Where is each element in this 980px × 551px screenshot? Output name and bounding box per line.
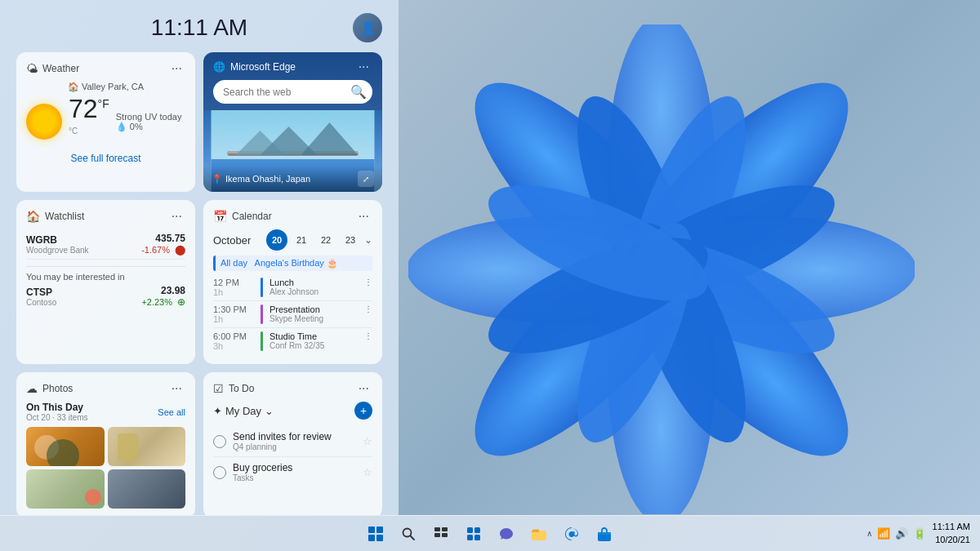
- widgets-panel: 11:11 AM 👤 🌤 Weather ··· 🏠 Valley Park, …: [0, 0, 399, 515]
- stock-row-2[interactable]: CTSP Contoso 23.98 +2.23% ⊕: [26, 282, 185, 311]
- event-more-studio[interactable]: ⋮: [364, 331, 372, 340]
- todo-more-button[interactable]: ···: [355, 382, 372, 395]
- search-taskbar-icon: [401, 527, 416, 541]
- watchlist-icon: 🏠: [26, 210, 40, 223]
- edge-search-bar[interactable]: 🔍: [213, 80, 372, 104]
- photo-thumb-3[interactable]: [26, 469, 105, 509]
- forecast-link[interactable]: See full forecast: [26, 153, 185, 164]
- stock-price-1: 435.75: [141, 233, 185, 244]
- volume-icon[interactable]: 🔊: [895, 527, 908, 540]
- todo-add-button[interactable]: +: [354, 402, 372, 420]
- windows-logo-icon: [368, 527, 383, 541]
- store-button[interactable]: [590, 519, 619, 549]
- todo-star-2[interactable]: ☆: [363, 466, 372, 478]
- photos-widget: ☁ Photos ··· On This Day Oct 20 · 33 ite…: [16, 372, 195, 515]
- event-more-pres[interactable]: ⋮: [364, 304, 372, 313]
- photos-see-all[interactable]: See all: [158, 407, 185, 417]
- widgets-taskbar-button[interactable]: [459, 519, 488, 549]
- weather-title: Weather: [42, 63, 79, 74]
- edge-widget-header: 🌐 Microsoft Edge ···: [203, 52, 382, 80]
- weather-main: 72°F °C Strong UV today 💧 0%: [26, 96, 185, 148]
- edge-taskbar-icon: [564, 526, 580, 542]
- event-sub-studio: Conf Rm 32/35: [270, 341, 324, 350]
- weather-widget: 🌤 Weather ··· 🏠 Valley Park, CA 72°F °C …: [16, 52, 195, 192]
- edge-search-input[interactable]: [223, 87, 345, 98]
- cal-day-20[interactable]: 20: [266, 229, 287, 251]
- photos-header: ☁ Photos ···: [26, 382, 185, 395]
- system-tray[interactable]: ∧ 📶 🔊 🔋: [866, 527, 926, 540]
- edge-expand-button[interactable]: ⤢: [358, 171, 374, 187]
- event-name-studio: Studio Time: [270, 331, 324, 341]
- calendar-days: 20 21 22 23 ⌄: [266, 229, 372, 251]
- edge-more-button[interactable]: ···: [355, 60, 372, 73]
- stock-company-2: Contoso: [26, 298, 56, 307]
- panel-header: 11:11 AM 👤: [16, 0, 382, 52]
- svg-rect-32: [467, 535, 473, 540]
- battery-icon[interactable]: 🔋: [913, 527, 926, 540]
- weather-more-button[interactable]: ···: [168, 62, 185, 75]
- todo-title: To Do: [229, 383, 254, 394]
- calendar-chevron[interactable]: ⌄: [364, 234, 372, 246]
- taskview-button[interactable]: [426, 519, 456, 549]
- edge-title: Microsoft Edge: [230, 61, 296, 73]
- photos-icon: ☁: [26, 382, 38, 395]
- svg-line-25: [411, 535, 415, 540]
- calendar-month: October: [213, 234, 251, 247]
- chat-icon: [498, 527, 514, 541]
- watchlist-suggestion: You may be interested in: [26, 266, 185, 282]
- watchlist-more-button[interactable]: ···: [168, 210, 185, 223]
- all-day-event[interactable]: All day Angela's Birthday 🎂: [213, 256, 372, 271]
- todo-text-2: Buy groceries: [233, 462, 356, 473]
- event-more-lunch[interactable]: ⋮: [364, 278, 372, 287]
- photo-thumb-1[interactable]: [26, 427, 105, 466]
- event-lunch[interactable]: 12 PM1h Lunch Alex Johnson ⋮: [213, 274, 372, 301]
- watchlist-title: Watchlist: [45, 211, 84, 222]
- stock-indicator-2: ⊕: [177, 296, 185, 308]
- photos-meta-row: On This Day Oct 20 · 33 items See all: [26, 402, 185, 422]
- search-taskbar-button[interactable]: [394, 519, 423, 549]
- wifi-icon[interactable]: 📶: [877, 527, 890, 540]
- todo-checkbox-2[interactable]: [213, 466, 226, 479]
- calendar-more-button[interactable]: ···: [355, 210, 372, 223]
- event-sub-lunch: Alex Johnson: [270, 287, 318, 296]
- chat-button[interactable]: [492, 519, 521, 549]
- weather-widget-header: 🌤 Weather ···: [26, 62, 185, 75]
- event-time-studio: 6:00 PM3h: [213, 331, 254, 351]
- start-button[interactable]: [361, 519, 390, 549]
- svg-rect-30: [467, 527, 473, 533]
- stock-row-1[interactable]: WGRB Woodgrove Bank 435.75 -1.67% ⬤: [26, 229, 185, 260]
- cal-day-21[interactable]: 21: [291, 229, 312, 251]
- calendar-title-row: 📅 Calendar: [213, 210, 272, 223]
- photo-thumb-4[interactable]: [108, 469, 186, 509]
- cal-day-23[interactable]: 23: [340, 229, 361, 251]
- weather-location: 🏠 Valley Park, CA: [26, 82, 185, 92]
- taskbar-center: [361, 519, 619, 549]
- event-sub-pres: Skype Meeting: [270, 314, 323, 323]
- user-avatar[interactable]: 👤: [353, 13, 382, 42]
- todo-myday-button[interactable]: ✦ My Day ⌄: [213, 405, 274, 417]
- edge-taskbar-button[interactable]: [557, 519, 586, 549]
- event-name-pres: Presentation: [270, 304, 323, 314]
- watchlist-widget: 🏠 Watchlist ··· WGRB Woodgrove Bank 435.…: [16, 200, 195, 364]
- chevron-up-icon[interactable]: ∧: [866, 529, 872, 538]
- taskbar-clock[interactable]: 11:11 AM 10/20/21: [933, 521, 970, 546]
- photos-more-button[interactable]: ···: [168, 382, 185, 395]
- svg-rect-36: [598, 532, 611, 535]
- todo-star-1[interactable]: ☆: [363, 435, 372, 447]
- todo-item-2[interactable]: Buy groceries Tasks ☆: [213, 457, 372, 487]
- event-presentation[interactable]: 1:30 PM1h Presentation Skype Meeting ⋮: [213, 301, 372, 328]
- watchlist-header: 🏠 Watchlist ···: [26, 210, 185, 223]
- event-dot-studio: [261, 331, 263, 351]
- stock-change-2: +2.23%: [141, 297, 172, 307]
- taskbar-right: ∧ 📶 🔊 🔋 11:11 AM 10/20/21: [866, 521, 970, 546]
- todo-checkbox-1[interactable]: [213, 435, 226, 448]
- svg-rect-27: [442, 527, 448, 531]
- calendar-title: Calendar: [232, 211, 272, 222]
- event-studio[interactable]: 6:00 PM3h Studio Time Conf Rm 32/35 ⋮: [213, 328, 372, 354]
- cal-day-22[interactable]: 22: [315, 229, 336, 251]
- win11-wallpaper: [408, 24, 915, 514]
- explorer-button[interactable]: [524, 519, 554, 549]
- todo-sub-1: Q4 planning: [233, 442, 356, 451]
- todo-item-1[interactable]: Send invites for review Q4 planning ☆: [213, 426, 372, 457]
- photo-thumb-2[interactable]: [108, 427, 186, 466]
